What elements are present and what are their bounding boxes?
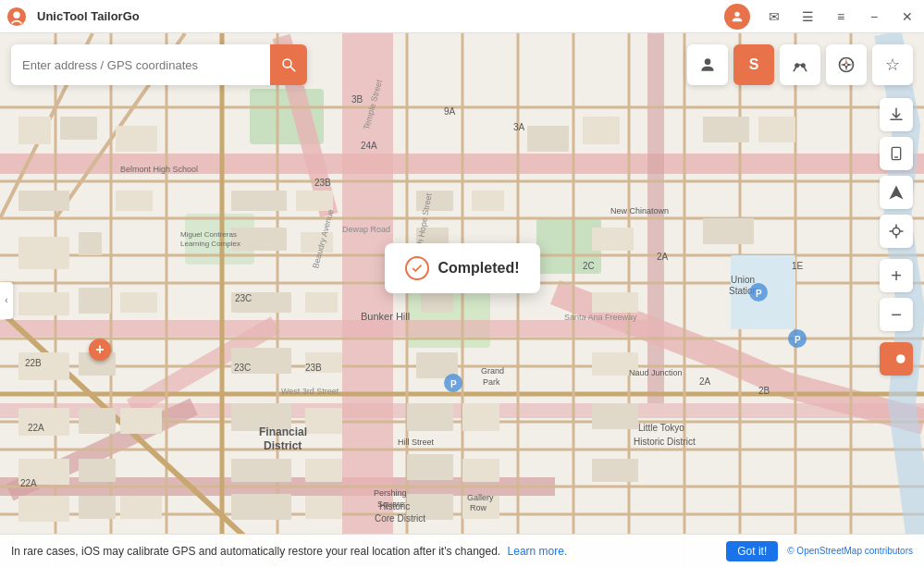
close-button[interactable]: ✕ [891,0,924,33]
svg-text:Santa Ana Freeway: Santa Ana Freeway [564,313,637,322]
svg-rect-85 [407,403,453,431]
gps-center-button[interactable] [880,215,913,248]
svg-point-154 [283,59,291,68]
svg-text:3A: 3A [513,122,525,132]
svg-text:District: District [264,439,302,452]
svg-rect-55 [472,191,504,211]
svg-text:Little Tokyo: Little Tokyo [638,423,684,433]
check-icon [405,256,429,280]
svg-rect-52 [231,191,287,211]
svg-text:P: P [450,379,457,389]
svg-point-2 [734,11,739,16]
svg-text:Core District: Core District [375,513,425,524]
svg-rect-58 [703,117,749,142]
svg-text:P: P [795,335,801,345]
navigate-button[interactable] [880,176,913,209]
svg-rect-61 [79,232,102,255]
svg-text:2A: 2A [699,376,711,387]
svg-text:New Chinatown: New Chinatown [610,206,669,216]
svg-rect-68 [79,288,111,314]
completed-text: Completed! [438,260,520,277]
svg-rect-81 [79,408,116,434]
zoom-out-icon: − [891,304,902,326]
chat-button[interactable]: ☰ [791,0,824,33]
minimize-button[interactable]: − [857,0,891,33]
user-avatar[interactable] [724,4,750,30]
learn-more-link[interactable]: Learn more. [508,545,568,558]
svg-rect-90 [231,459,291,482]
search-go-button[interactable] [270,44,307,85]
svg-text:24A: 24A [361,141,377,151]
svg-rect-91 [305,459,342,482]
pin-mode-button[interactable] [687,44,728,85]
svg-marker-162 [840,63,846,66]
osm-credit[interactable]: © OpenStreetMap contributors [787,546,913,556]
svg-rect-86 [462,403,499,431]
svg-rect-9 [0,320,647,337]
svg-rect-99 [305,496,342,519]
zoom-in-button[interactable]: + [880,259,913,292]
zoom-out-button[interactable]: − [880,298,913,331]
svg-text:Bunker Hill: Bunker Hill [361,311,410,322]
title-actions: ✉ ☰ ≡ − ✕ [724,0,924,33]
svg-rect-98 [231,494,291,520]
map-background: Belmont High School Miguel Contreras Lea… [0,33,924,567]
route-icon: S [749,56,759,73]
menu-button[interactable]: ≡ [824,0,857,33]
title-bar: UnicTool TailorGo ✉ ☰ ≡ − ✕ [0,0,924,33]
add-pin-button[interactable]: + [89,339,111,361]
svg-text:2C: 2C [583,261,595,271]
svg-rect-71 [305,292,338,313]
side-panel: + − [880,98,913,376]
svg-rect-84 [305,408,342,434]
svg-line-155 [290,67,295,71]
left-collapse-button[interactable]: ‹ [0,282,13,319]
map-area: Belmont High School Miguel Contreras Lea… [0,33,924,567]
svg-text:23B: 23B [305,363,322,373]
svg-rect-57 [583,117,620,144]
svg-rect-51 [116,191,153,211]
svg-text:9A: 9A [444,106,456,117]
svg-rect-94 [592,459,638,482]
app-title: UnicTool TailorGo [37,9,724,23]
svg-text:Pershing: Pershing [374,488,407,498]
app-logo [0,0,33,33]
svg-point-158 [802,64,805,67]
svg-text:Square: Square [377,499,404,509]
compass-button[interactable] [826,44,867,85]
svg-rect-67 [18,292,69,315]
route-button[interactable]: S [733,44,774,85]
svg-text:Union: Union [731,275,755,285]
zoom-in-icon: + [891,265,902,287]
svg-rect-72 [421,292,453,313]
svg-rect-97 [120,496,162,519]
toggle-button[interactable] [880,342,913,376]
svg-rect-56 [527,126,569,152]
svg-marker-163 [846,63,853,66]
favorites-button[interactable]: ☆ [872,44,913,85]
bottom-message-text: In rare cases, iOS may calibrate GPS and… [11,545,500,558]
got-it-button[interactable]: Got it! [726,541,778,561]
mail-button[interactable]: ✉ [758,0,791,33]
download-button[interactable] [880,98,913,131]
svg-rect-92 [407,454,453,480]
svg-text:2B: 2B [758,386,770,396]
svg-point-157 [795,64,798,67]
svg-text:Grand: Grand [481,366,504,376]
bottom-bar: In rare cases, iOS may calibrate GPS and… [0,534,924,567]
svg-rect-66 [703,218,754,244]
svg-rect-59 [758,117,795,142]
svg-rect-82 [120,408,162,434]
star-icon: ☆ [885,55,900,75]
svg-text:Learning Complex: Learning Complex [180,240,240,248]
svg-text:Row: Row [470,503,487,512]
curve-button[interactable] [780,44,820,85]
phone-button[interactable] [880,137,913,170]
svg-text:Dewap Road: Dewap Road [342,225,390,234]
svg-text:P: P [756,289,762,299]
search-bar [11,44,307,85]
svg-text:Naud Junction: Naud Junction [629,368,683,377]
search-input[interactable] [11,58,270,72]
svg-rect-69 [120,292,157,313]
svg-rect-47 [18,117,51,144]
